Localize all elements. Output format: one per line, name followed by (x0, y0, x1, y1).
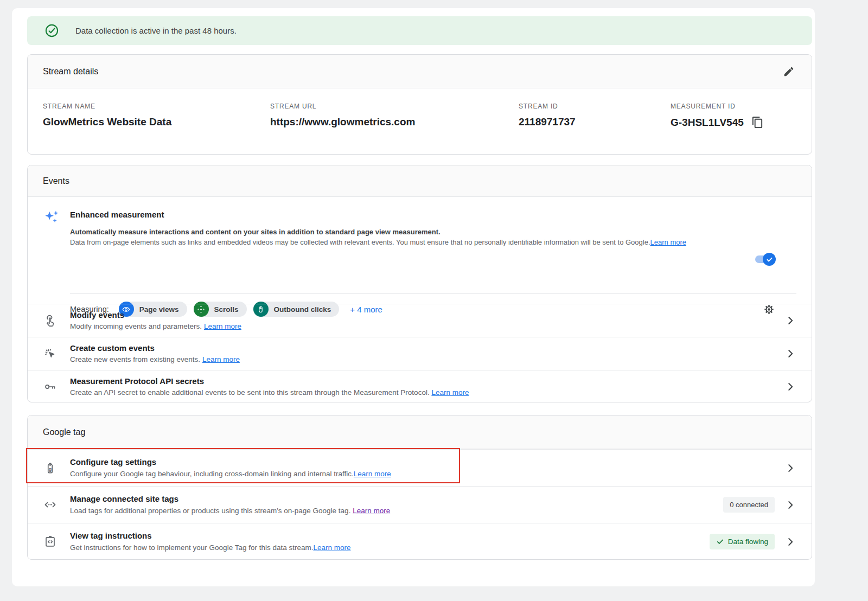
row-description: Create new events from existing events. … (70, 355, 240, 363)
field-value: 2118971737 (519, 116, 576, 128)
check-circle-icon (44, 23, 59, 38)
row-title: Create custom events (70, 343, 155, 353)
copy-button[interactable] (751, 116, 764, 129)
row-description: Modify incoming events and parameters. L… (70, 322, 241, 330)
touch-icon (43, 314, 57, 328)
chevron-right-icon[interactable] (784, 381, 796, 393)
learn-more-link[interactable]: Learn more (353, 507, 390, 515)
divider (70, 293, 796, 294)
chevron-right-icon[interactable] (784, 499, 796, 511)
stream-details-header: Stream details (28, 55, 812, 88)
row-modify-events[interactable]: Modify events Modify incoming events and… (28, 304, 812, 337)
edit-button[interactable] (779, 62, 799, 81)
field-value: GlowMetrics Website Data (43, 116, 171, 128)
pencil-icon (783, 66, 795, 78)
events-title: Events (43, 176, 69, 186)
row-create-custom-events[interactable]: Create custom events Create new events f… (28, 337, 812, 370)
status-banner: Data collection is active in the past 48… (27, 16, 812, 45)
connected-tags-icon (43, 498, 57, 512)
learn-more-link[interactable]: Learn more (313, 544, 350, 552)
cursor-click-icon (43, 347, 57, 361)
row-description: Load tags for additional properties or p… (70, 507, 390, 515)
page-surface: Data collection is active in the past 48… (12, 8, 815, 586)
check-icon (716, 538, 724, 546)
events-card: Events Enhanced measurement Automaticall… (27, 165, 812, 402)
stream-details-card: Stream details STREAM NAME GlowMetrics W… (27, 54, 812, 155)
row-measurement-protocol-api-secrets[interactable]: Measurement Protocol API secrets Create … (28, 370, 812, 403)
banner-text: Data collection is active in the past 48… (75, 26, 237, 35)
chevron-right-icon[interactable] (784, 348, 796, 360)
field-label: STREAM NAME (43, 103, 171, 110)
row-title: Configure tag settings (70, 457, 156, 466)
enhanced-measurement-desc-primary: Automatically measure interactions and c… (70, 228, 441, 236)
check-icon (766, 256, 773, 263)
field-label: STREAM URL (270, 103, 415, 110)
google-tag-header: Google tag (28, 415, 812, 449)
row-manage-connected-site-tags[interactable]: Manage connected site tags Load tags for… (28, 486, 812, 523)
chevron-right-icon[interactable] (784, 315, 796, 327)
field-value: G-3HSL1LV545 (671, 117, 744, 129)
field-stream-id: STREAM ID 2118971737 (519, 103, 576, 128)
data-flowing-badge: Data flowing (710, 534, 775, 549)
events-header: Events (28, 165, 812, 197)
row-description: Get instructions for how to implement yo… (70, 544, 351, 552)
field-value: https://www.glowmetrics.com (270, 116, 415, 128)
google-tag-title: Google tag (43, 427, 85, 437)
learn-more-link[interactable]: Learn more (650, 238, 686, 246)
row-configure-tag-settings[interactable]: g Configure tag settings Configure your … (28, 449, 812, 486)
field-label: MEASUREMENT ID (671, 103, 764, 110)
row-view-tag-instructions[interactable]: View tag instructions Get instructions f… (28, 523, 812, 560)
enhanced-measurement-desc-secondary: Data from on-page elements such as links… (70, 238, 686, 246)
tag-instructions-icon (43, 535, 57, 549)
enhanced-measurement-title: Enhanced measurement (70, 210, 164, 219)
row-title: Measurement Protocol API secrets (70, 376, 204, 386)
field-measurement-id: MEASUREMENT ID G-3HSL1LV545 (671, 103, 764, 129)
chevron-right-icon[interactable] (784, 462, 796, 474)
enhanced-measurement-toggle[interactable] (754, 253, 776, 266)
connected-count-badge: 0 connected (723, 497, 775, 513)
field-label: STREAM ID (519, 103, 576, 110)
toggle-thumb (763, 253, 776, 266)
sparkles-icon (43, 208, 61, 227)
google-tag-card: Google tag g Configure tag settings Conf… (27, 415, 812, 560)
stream-details-title: Stream details (43, 67, 98, 76)
learn-more-link[interactable]: Learn more (202, 355, 240, 363)
learn-more-link[interactable]: Learn more (354, 470, 391, 478)
field-stream-name: STREAM NAME GlowMetrics Website Data (43, 103, 171, 128)
row-title: Modify events (70, 310, 124, 319)
google-tag-icon: g (43, 461, 57, 475)
chevron-right-icon[interactable] (784, 536, 796, 548)
row-title: View tag instructions (70, 531, 152, 540)
learn-more-link[interactable]: Learn more (431, 388, 469, 397)
stream-fields: STREAM NAME GlowMetrics Website Data STR… (28, 88, 812, 155)
row-description: Create an API secret to enable additiona… (70, 388, 469, 397)
row-description: Configure your Google tag behaviour, inc… (70, 470, 391, 478)
field-stream-url: STREAM URL https://www.glowmetrics.com (270, 103, 415, 128)
enhanced-measurement-section: Enhanced measurement Automatically measu… (28, 197, 812, 304)
svg-text:g: g (48, 466, 51, 472)
copy-icon (751, 116, 764, 129)
key-icon (43, 380, 57, 394)
row-title: Manage connected site tags (70, 494, 178, 503)
learn-more-link[interactable]: Learn more (204, 322, 241, 330)
